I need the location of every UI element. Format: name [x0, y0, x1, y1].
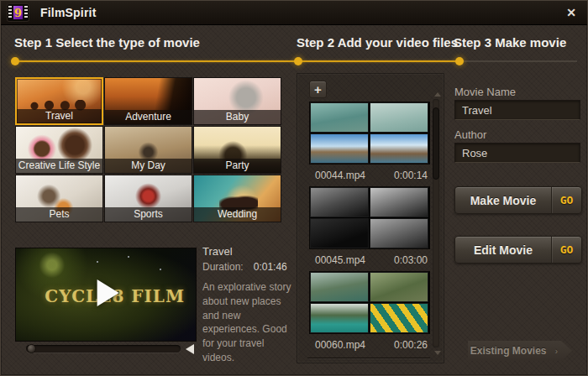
movie-type-creative-life-style[interactable]: Creative Life Style	[15, 126, 103, 174]
movie-type-sports[interactable]: Sports	[104, 175, 192, 222]
tile-label: Travel	[17, 109, 102, 123]
step-1-dot	[11, 57, 19, 65]
progress-line-inactive	[459, 60, 577, 62]
seek-bar[interactable]	[26, 345, 181, 352]
video-thumbnails	[309, 102, 430, 164]
step-2-dot	[294, 57, 302, 65]
tile-label: Creative Life Style	[16, 159, 102, 173]
video-thumbnails	[309, 271, 430, 334]
volume-icon[interactable]	[186, 344, 194, 354]
thumbnail-cell	[370, 102, 428, 133]
file-duration: 0:00:26	[394, 339, 428, 351]
thumbnail-cell	[370, 272, 428, 302]
movie-type-baby[interactable]: Baby	[193, 77, 281, 125]
video-file-item[interactable]: 00060.mp4 0:00:26	[309, 271, 430, 351]
go-badge: GO	[551, 237, 581, 263]
app-window: 9 FilmSpirit ✕ Step 1 Select the type of…	[0, 0, 588, 376]
star-decoration	[97, 261, 98, 263]
tile-label: Pets	[16, 207, 102, 222]
video-files-panel: + 00044.mp4 0:00:14 00045.mp4	[297, 73, 444, 363]
thumbnail-cell	[310, 187, 369, 217]
preview-description: An explorative story about new places an…	[202, 280, 293, 365]
file-duration: 0:00:14	[394, 170, 428, 181]
thumbnail-cell	[310, 218, 369, 248]
file-name: 00045.mp4	[315, 254, 365, 266]
thumbnail-cell	[310, 133, 369, 164]
movie-type-party[interactable]: Party	[193, 126, 281, 174]
step-3-dot	[455, 57, 464, 65]
logo-glyph: 9	[13, 6, 23, 19]
video-file-item[interactable]: 00045.mp4 0:03:00	[309, 186, 430, 266]
thumbnail-cell	[370, 218, 428, 248]
file-name: 00044.mp4	[315, 170, 365, 181]
tile-label: Sports	[105, 207, 192, 222]
titlebar: 9 FilmSpirit ✕	[1, 1, 587, 25]
tile-label: Baby	[194, 110, 281, 124]
play-icon[interactable]	[97, 279, 119, 306]
thumbnail-cell	[310, 303, 369, 333]
filmspirit-logo-icon: 9	[8, 4, 29, 21]
close-icon[interactable]: ✕	[566, 6, 576, 19]
tile-label: My Day	[105, 159, 192, 173]
step-2-label: Step 2 Add your video files	[297, 35, 458, 50]
duration-label: Duration:	[202, 261, 244, 273]
star-decoration	[160, 269, 161, 270]
scrollbar-thumb[interactable]	[433, 107, 439, 180]
make-movie-button[interactable]: Make Movie GO	[454, 186, 582, 214]
preview-info-title: Travel	[202, 245, 233, 258]
thumbnail-cell	[370, 187, 428, 217]
add-video-button[interactable]: +	[309, 81, 327, 98]
file-duration: 0:03:00	[394, 254, 428, 266]
edit-movie-label: Edit Movie	[455, 237, 551, 263]
thumbnail-cell	[370, 133, 428, 164]
preview-player[interactable]: CYCLE8 FILM	[15, 248, 197, 342]
thumbnail-cell	[310, 272, 369, 302]
edit-movie-button[interactable]: Edit Movie GO	[454, 236, 582, 264]
thumbnail-cell	[370, 303, 428, 333]
tile-label: Wedding	[194, 207, 281, 222]
scroll-up-icon[interactable]	[434, 92, 441, 97]
progress-line-active	[15, 60, 459, 62]
author-label: Author	[454, 128, 486, 141]
movie-type-wedding[interactable]: Wedding	[193, 175, 281, 222]
step-3-label: Step 3 Make movie	[454, 35, 566, 50]
scroll-down-icon[interactable]	[434, 351, 441, 355]
make-movie-label: Make Movie	[455, 187, 551, 213]
tile-label: Party	[194, 159, 281, 173]
movie-type-adventure[interactable]: Adventure	[104, 77, 192, 125]
video-thumbnails	[309, 186, 430, 249]
movie-type-travel[interactable]: Travel	[15, 77, 103, 125]
seek-knob[interactable]	[27, 344, 36, 353]
thumbnail-cell	[310, 102, 369, 133]
files-scrollbar[interactable]	[433, 99, 439, 347]
video-file-item[interactable]: 00044.mp4 0:00:14	[309, 102, 430, 181]
go-badge: GO	[551, 187, 581, 213]
movie-type-grid: Travel Adventure Baby Creative Life Styl…	[15, 77, 281, 222]
movie-type-pets[interactable]: Pets	[15, 175, 103, 222]
chevron-right-icon: ›	[555, 346, 559, 356]
step-1-label: Step 1 Select the type of movie	[14, 35, 200, 50]
existing-movies-button[interactable]: Existing Movies ›	[468, 341, 572, 361]
app-title: FilmSpirit	[40, 6, 97, 19]
movie-name-label: Movie Name	[454, 86, 516, 98]
tile-label: Adventure	[105, 110, 192, 124]
movie-type-my-day[interactable]: My Day	[104, 126, 192, 174]
files-panel-divider	[307, 358, 430, 358]
author-input[interactable]	[454, 143, 580, 163]
existing-movies-label: Existing Movies	[470, 345, 547, 357]
file-name: 00060.mp4	[315, 339, 365, 351]
star-decoration	[128, 256, 129, 258]
movie-name-input[interactable]	[454, 100, 580, 120]
duration-value: 0:01:46	[254, 261, 287, 273]
preview-duration: Duration:0:01:46	[202, 261, 287, 273]
